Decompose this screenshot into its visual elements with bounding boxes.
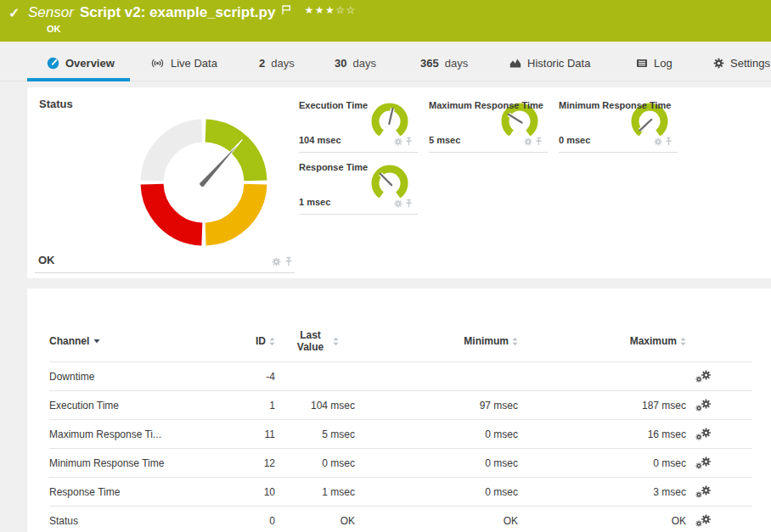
channel-name: Downtime [49, 371, 94, 383]
tab-365-days[interactable]: 365 days [420, 53, 468, 73]
channel-name: Status [49, 515, 78, 527]
channel-minimum: 0 msec [355, 457, 518, 469]
channels-panel: Channel ID Last Value Minimum Maximum Do… [27, 288, 771, 532]
object-kind-label: Sensor [28, 3, 74, 22]
channel-last-value: OK [275, 515, 355, 527]
historic-chart-icon [509, 58, 521, 68]
channels-table: Channel ID Last Value Minimum Maximum Do… [49, 321, 752, 532]
column-header-channel[interactable]: Channel [49, 335, 89, 347]
gear-icon[interactable] [654, 137, 662, 146]
channel-id: 11 [177, 428, 275, 440]
table-row: Downtime -4 [49, 362, 752, 391]
pin-icon[interactable] [665, 137, 673, 146]
gear-icon[interactable] [394, 137, 402, 146]
overview-gauges-panel: Status OK Execution Time 104 msec [27, 87, 771, 278]
pin-icon[interactable] [405, 137, 413, 146]
gauge-segment-error [152, 184, 202, 234]
channel-id: 0 [177, 515, 275, 527]
tab-label-number: 2 [259, 57, 265, 70]
channel-last-value: 5 msec [275, 428, 355, 440]
status-gauge [132, 110, 276, 255]
tab-log[interactable]: Log [636, 53, 673, 73]
tab-historic-data[interactable]: Historic Data [509, 53, 590, 73]
channel-maximum: 3 msec [518, 486, 686, 498]
column-header-id[interactable]: ID [256, 335, 266, 347]
sort-icon[interactable] [680, 337, 686, 346]
gauge-title: Maximum Response Time [429, 100, 543, 110]
gauge-segment-unknown [152, 131, 202, 181]
channel-maximum: 16 msec [518, 428, 686, 440]
tab-label: days [271, 57, 294, 70]
channel-maximum: 187 msec [518, 400, 686, 412]
channel-minimum: 97 msec [355, 400, 518, 412]
tab-label: Log [654, 57, 673, 70]
table-row: Response Time 10 1 msec 0 msec 3 msec [49, 478, 752, 507]
gauge-value: 0 msec [559, 135, 590, 145]
table-row: Maximum Response Ti... 11 5 msec 0 msec … [49, 420, 752, 449]
tab-settings[interactable]: Settings [713, 53, 770, 73]
sensor-status-text: OK [47, 24, 61, 34]
tab-overview[interactable]: Overview [47, 53, 115, 73]
gauge-value: 5 msec [429, 135, 460, 145]
channel-maximum: OK [518, 515, 686, 527]
channel-maximum: 0 msec [518, 457, 686, 469]
pin-icon[interactable] [284, 256, 293, 266]
sensor-banner: ✓ Sensor Script v2: example_script.py ★★… [0, 0, 771, 42]
channel-settings-icon[interactable] [695, 399, 712, 412]
live-data-icon [150, 58, 165, 69]
status-gauge-value: OK [38, 254, 55, 266]
gauge-block-response-time: Response Time 1 msec [299, 160, 418, 215]
table-header-row: Channel ID Last Value Minimum Maximum [49, 321, 752, 362]
channel-last-value: 0 msec [275, 457, 355, 469]
channel-minimum: 0 msec [355, 486, 518, 498]
table-row: Minimum Response Time 12 0 msec 0 msec 0… [49, 449, 752, 478]
gauge-block-execution-time: Execution Time 104 msec [299, 98, 418, 153]
channel-settings-icon[interactable] [695, 456, 712, 470]
priority-flag-icon[interactable] [281, 4, 291, 15]
tab-label: Settings [730, 57, 770, 70]
channel-name: Minimum Response Time [49, 457, 164, 469]
sensor-title: Script v2: example_script.py [80, 3, 276, 22]
column-header-last-value[interactable]: Last Value [292, 329, 329, 353]
channel-name: Response Time [49, 486, 120, 498]
column-header-minimum[interactable]: Minimum [464, 335, 509, 347]
gauge-value: 104 msec [299, 135, 341, 145]
tab-2-days[interactable]: 2 days [259, 53, 295, 73]
gauge-value: 1 msec [299, 197, 330, 207]
column-header-maximum[interactable]: Maximum [630, 335, 677, 347]
gauge-block-maximum-response-time: Maximum Response Time 5 msec [429, 98, 548, 153]
sort-icon[interactable] [333, 337, 339, 346]
sort-desc-icon[interactable] [93, 339, 100, 344]
tab-30-days[interactable]: 30 days [335, 53, 376, 73]
pin-icon[interactable] [405, 199, 413, 208]
channel-name: Maximum Response Ti... [49, 428, 161, 440]
channel-name: Execution Time [49, 400, 119, 412]
channel-settings-icon[interactable] [695, 428, 712, 441]
sort-icon[interactable] [269, 337, 275, 346]
sort-icon[interactable] [512, 337, 518, 346]
status-gauge-title: Status [39, 98, 73, 110]
tab-live-data[interactable]: Live Data [150, 53, 217, 73]
gauge-needle [380, 174, 391, 185]
tab-label: Overview [65, 57, 115, 70]
channel-last-value: 104 msec [275, 400, 355, 412]
tab-label: Live Data [171, 57, 217, 70]
channel-id: -4 [177, 371, 275, 383]
status-check-icon: ✓ [8, 5, 20, 21]
channel-settings-icon[interactable] [695, 485, 712, 499]
status-gauge-footer: OK [35, 250, 295, 273]
gear-icon[interactable] [272, 257, 281, 266]
active-tab-underline [27, 78, 130, 81]
gear-icon[interactable] [524, 137, 532, 146]
channel-settings-icon[interactable] [695, 514, 712, 528]
channel-settings-icon[interactable] [695, 370, 712, 384]
channel-minimum: 0 msec [355, 428, 518, 440]
tab-label: days [445, 57, 468, 70]
pin-icon[interactable] [535, 137, 543, 146]
tab-label: Historic Data [527, 57, 590, 70]
log-list-icon [636, 59, 648, 68]
priority-stars[interactable]: ★★★☆☆ [304, 4, 356, 16]
gear-icon [713, 58, 724, 69]
gear-icon[interactable] [394, 199, 402, 208]
tab-label-number: 365 [420, 57, 439, 70]
